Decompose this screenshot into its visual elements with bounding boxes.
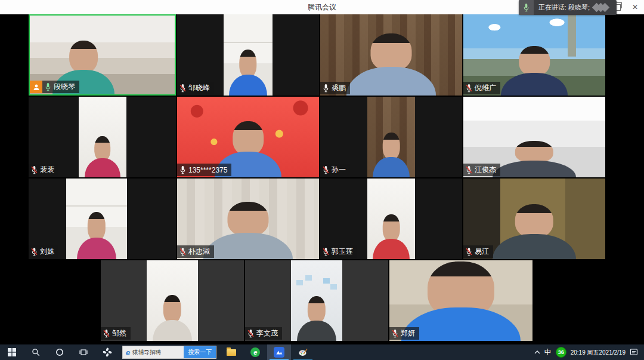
mic-muted-icon: [466, 165, 472, 174]
video-tile[interactable]: 李文茂: [245, 260, 388, 341]
mic-muted-icon: [323, 247, 329, 256]
video-grid: 段晓琴 邹晓峰 裘鹏 倪维广: [0, 14, 644, 344]
participant-label: 孙一: [320, 164, 350, 176]
mic-muted-icon: [323, 165, 329, 174]
mic-on-icon: [45, 82, 51, 91]
taskbar-search-button[interactable]: [24, 344, 48, 360]
participant-name: 135****2375: [188, 166, 227, 174]
task-view-button[interactable]: [72, 344, 95, 360]
video-tile[interactable]: 邹然: [101, 260, 244, 341]
speaking-toast: 正在讲话: 段晓琴;: [519, 0, 617, 15]
tencent-meeting-button[interactable]: [267, 344, 291, 360]
close-window-button[interactable]: ✕: [626, 0, 644, 14]
task-view-icon: [79, 348, 88, 356]
participant-label: 裘鹏: [320, 82, 350, 94]
search-icon: [32, 348, 40, 356]
video-feed: [224, 14, 273, 96]
ime-indicator[interactable]: 中: [544, 344, 552, 360]
file-explorer-icon: [227, 349, 236, 356]
censored-names: [596, 4, 608, 11]
tray-chevron-icon: [534, 350, 540, 354]
tray-expand-button[interactable]: [534, 344, 540, 360]
browser-360-icon: e: [250, 347, 260, 357]
video-tile[interactable]: 朴忠淑: [177, 179, 319, 259]
search-submit-button[interactable]: 搜索一下: [184, 346, 216, 358]
person-silhouette: [203, 199, 293, 259]
clock-time: 20:19 周五: [571, 349, 599, 356]
person-silhouette: [229, 48, 267, 96]
mic-on-icon: [323, 84, 329, 93]
video-tile[interactable]: 孙一: [320, 97, 462, 177]
notification-icon: [630, 348, 638, 356]
person-silhouette: [493, 202, 576, 259]
participant-name: 朴忠淑: [188, 247, 210, 257]
video-tile[interactable]: 江俊杰: [463, 97, 605, 177]
person-silhouette: [493, 139, 576, 177]
taskbar-clock[interactable]: 20:19 周五 2021/2/19: [571, 344, 626, 360]
participant-name: 易江: [475, 247, 489, 257]
mic-muted-icon: [466, 247, 472, 256]
person-silhouette: [373, 131, 410, 177]
host-badge-icon: [30, 81, 42, 93]
video-tile[interactable]: 易江: [463, 179, 605, 259]
participant-label: 段晓琴: [30, 81, 79, 93]
participant-label: 邹然: [101, 327, 131, 340]
unread-badge-button[interactable]: 36: [556, 344, 566, 360]
pinwheel-app-icon: [103, 347, 112, 357]
mic-muted-icon: [179, 84, 186, 93]
person-silhouette: [373, 213, 410, 259]
participant-label: 江俊杰: [463, 164, 500, 176]
start-button[interactable]: [0, 344, 24, 360]
participant-label: 易江: [463, 245, 493, 258]
video-tile[interactable]: 邹晓峰: [177, 14, 319, 96]
windows-taskbar: e 猿辅导招聘 搜索一下 e 中 36 20:19 周五 2021/2/19: [0, 344, 644, 360]
mic-muted-icon: [103, 329, 110, 338]
cortana-button[interactable]: [48, 344, 72, 360]
participant-name: 孙一: [332, 165, 346, 175]
speaking-toast-text: 正在讲话: 段晓琴;: [538, 3, 590, 12]
participant-label: 邹晓峰: [177, 82, 214, 94]
video-feed: [147, 260, 198, 341]
pinwheel-app-button[interactable]: [95, 344, 119, 360]
participant-name: 裴裴: [40, 165, 54, 175]
taskbar-search-box[interactable]: e 猿辅导招聘 搜索一下: [122, 346, 216, 359]
window-title: 腾讯会议: [308, 2, 336, 13]
video-tile[interactable]: 135****2375: [177, 97, 319, 177]
video-tile[interactable]: 倪维广: [463, 14, 605, 96]
unread-badge: 36: [556, 347, 566, 358]
participant-label: 刘姝: [29, 245, 58, 258]
video-tile[interactable]: 郭玉莲: [320, 179, 462, 259]
paint-button[interactable]: [291, 344, 315, 360]
participant-name: 郭玉莲: [332, 247, 353, 257]
person-silhouette: [501, 44, 568, 96]
video-tile[interactable]: 刘姝: [29, 179, 176, 259]
mic-on-icon: [179, 165, 186, 174]
participant-label: 李文茂: [245, 327, 282, 340]
browser-360-button[interactable]: e: [243, 344, 267, 360]
video-tile[interactable]: 段晓琴: [29, 14, 176, 96]
video-feed: [79, 97, 126, 177]
mic-muted-icon: [247, 329, 254, 338]
video-feed: [66, 179, 127, 259]
internet-explorer-icon: e: [123, 348, 130, 357]
file-explorer-button[interactable]: [219, 344, 243, 360]
participant-name: 邹然: [112, 328, 126, 339]
participant-label: 朴忠淑: [177, 245, 214, 258]
system-tray: 中 36 20:19 周五 2021/2/19: [534, 344, 644, 360]
participant-label: 135****2375: [177, 164, 231, 176]
participant-name: 李文茂: [256, 328, 278, 339]
mic-muted-icon: [179, 247, 186, 256]
search-query-text[interactable]: 猿辅导招聘: [130, 349, 184, 356]
person-silhouette: [297, 294, 336, 341]
video-feed: [367, 179, 415, 259]
person-silhouette: [85, 134, 120, 177]
video-tile[interactable]: 裴裴: [29, 97, 176, 177]
person-silhouette: [153, 293, 192, 341]
action-center-button[interactable]: [630, 344, 638, 360]
participant-name: 邹晓峰: [188, 83, 210, 93]
video-tile[interactable]: 郑妍: [389, 260, 532, 341]
person-silhouette: [77, 210, 116, 259]
video-tile[interactable]: 裘鹏: [320, 14, 462, 96]
mic-muted-icon: [466, 84, 472, 93]
person-silhouette: [401, 264, 521, 341]
